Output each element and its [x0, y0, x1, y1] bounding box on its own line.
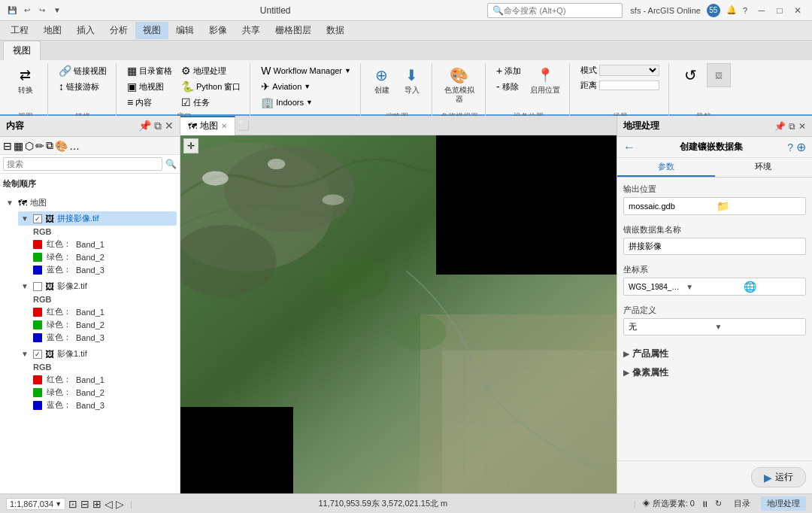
dataset-name-input[interactable]: 拼接影像 [623, 238, 806, 255]
menu-insert[interactable]: 插入 [69, 22, 102, 39]
ribbon-btn-convert[interactable]: ⇄ 转换 [12, 63, 39, 96]
color-sim-icon: 🎨 [449, 65, 470, 86]
ribbon-btn-aviation[interactable]: ✈ Aviation ▼ [258, 79, 354, 94]
menu-imagery[interactable]: 影像 [201, 22, 235, 39]
content-pin-icon[interactable]: 📌 [138, 120, 151, 132]
run-button[interactable]: ▶ 运行 [751, 467, 806, 487]
scale-selector[interactable]: 1:1,867,034 ▼ [6, 498, 65, 510]
polygon-icon[interactable]: ⬡ [25, 140, 34, 152]
color-icon[interactable]: 🎨 [55, 140, 68, 152]
map-canvas[interactable]: ✛ [180, 135, 617, 493]
gp-tab-parameters[interactable]: 参数 [617, 158, 715, 177]
statusbar-tab-geoprocessing[interactable]: 地理处理 [761, 496, 806, 511]
filter-icon[interactable]: ⊟ [3, 140, 12, 152]
gp-tab-environment[interactable]: 环境 [715, 158, 813, 177]
user-badge[interactable]: 55 [707, 4, 720, 17]
section-pixel-attributes[interactable]: ▶ 像素属性 [623, 363, 806, 382]
ribbon-btn-distance[interactable]: 距离 [577, 78, 662, 93]
ribbon-btn-nav-home[interactable]: ↺ [677, 63, 704, 87]
close-button[interactable]: ✕ [789, 4, 806, 17]
ribbon-btn-tasks[interactable]: ☑ 任务 [178, 95, 244, 110]
mode-select[interactable] [599, 65, 659, 76]
menu-view[interactable]: 视图 [135, 22, 168, 39]
map-nav-icon[interactable]: ✛ [183, 138, 198, 153]
map-tab-close[interactable]: ✕ [221, 122, 227, 130]
ribbon-btn-catalog[interactable]: ▦ 目录窗格 [124, 63, 175, 78]
zoom-out-icon[interactable]: ⊟ [80, 498, 89, 510]
image1-checkbox[interactable]: ✓ [33, 350, 42, 359]
browse-output-icon[interactable]: 📁 [717, 200, 801, 212]
content-search-icon[interactable]: 🔍 [165, 159, 177, 169]
gp-add-icon[interactable]: ⊕ [796, 140, 806, 154]
ribbon-btn-remove-location[interactable]: - 移除 [493, 79, 524, 94]
nav-left-icon[interactable]: ◁ [105, 498, 113, 510]
tree-row-map[interactable]: ▼ 🗺 地图 [3, 196, 177, 210]
maximize-button[interactable]: □ [771, 4, 788, 17]
geoprocessing-icon: ⚙ [181, 65, 191, 77]
geoprocessing-close-icon[interactable]: ✕ [798, 121, 806, 132]
ribbon-btn-geoview[interactable]: ▣ 地视图 [124, 79, 175, 94]
ribbon-btn-indoors[interactable]: 🏢 Indoors ▼ [258, 95, 354, 110]
content-search-input[interactable] [3, 157, 162, 171]
ribbon-btn-content[interactable]: ≡ 内容 [124, 95, 175, 110]
title-icon-2[interactable]: ↩ [21, 5, 33, 17]
brush-icon[interactable]: ✏ [35, 140, 44, 152]
ribbon-tab-view[interactable]: 视图 [3, 41, 41, 60]
output-location-input[interactable]: mossaic.gdb 📁 [623, 197, 806, 215]
tree-row-image2[interactable]: ▼ 🖼 影像2.tif [18, 279, 177, 293]
create-icon: ⊕ [371, 65, 392, 86]
gp-back-button[interactable]: ← [623, 141, 635, 154]
ribbon-btn-workflow[interactable]: W Workflow Manager ▼ [258, 63, 354, 78]
product-def-select[interactable]: 无 ▼ [623, 318, 806, 335]
content-close-icon[interactable]: ✕ [165, 120, 174, 132]
title-icon-4[interactable]: ▼ [51, 5, 63, 17]
zoom-in-icon[interactable]: ⊞ [92, 498, 102, 510]
ribbon-btn-mode[interactable]: 模式 [577, 63, 662, 77]
ribbon-btn-add-location[interactable]: + 添加 [493, 63, 524, 78]
nav-right-icon[interactable]: ▷ [116, 498, 124, 510]
bell-icon[interactable]: 🔔 [726, 5, 737, 15]
geoprocessing-pin-icon[interactable]: 📌 [774, 121, 786, 132]
geoprocessing-float-icon[interactable]: ⧉ [789, 121, 795, 132]
section-product-attributes[interactable]: ▶ 产品属性 [623, 345, 806, 363]
ribbon-btn-import[interactable]: ⬇ 导入 [398, 63, 426, 96]
image2-checkbox[interactable] [33, 282, 42, 291]
menu-map[interactable]: 地图 [36, 22, 69, 39]
refresh-button[interactable]: ↻ [715, 499, 722, 508]
pause-button[interactable]: ⏸ [701, 499, 709, 508]
content-float-icon[interactable]: ⧉ [154, 120, 162, 132]
mosaic-checkbox[interactable]: ✓ [33, 214, 42, 223]
tree-row-mosaic[interactable]: ▼ ✓ 🖼 拼接影像.tif [18, 211, 177, 226]
menu-share[interactable]: 共享 [235, 22, 268, 39]
menu-raster[interactable]: 栅格图层 [268, 22, 319, 39]
tree-row-image1[interactable]: ▼ ✓ 🖼 影像1.tif [18, 347, 177, 361]
layers-icon[interactable]: ⧉ [46, 139, 53, 152]
ribbon-btn-create[interactable]: ⊕ 创建 [368, 63, 395, 96]
minimize-button[interactable]: ─ [753, 4, 770, 17]
ribbon-btn-link-view[interactable]: 🔗 链接视图 [56, 63, 110, 78]
fit-extent-icon[interactable]: ⊡ [68, 498, 77, 510]
menu-data[interactable]: 数据 [319, 22, 352, 39]
ribbon-btn-python[interactable]: 🐍 Python 窗口 [178, 79, 244, 94]
help-icon[interactable]: ? [743, 6, 747, 15]
menu-edit[interactable]: 编辑 [168, 22, 201, 39]
ribbon-btn-link-cursor[interactable]: ↕ 链接游标 [56, 79, 110, 94]
menu-project[interactable]: 工程 [3, 22, 36, 39]
command-search-input[interactable] [504, 6, 617, 15]
map-tab-main[interactable]: 🗺 地图 ✕ [180, 116, 235, 135]
statusbar-tab-catalog[interactable]: 目录 [728, 496, 756, 511]
ribbon-btn-enable-location[interactable]: 📍 启用位置 [527, 63, 563, 96]
gp-help-icon[interactable]: ? [787, 141, 793, 153]
title-icon-1[interactable]: 💾 [6, 5, 18, 17]
command-search[interactable]: 🔍 [487, 3, 623, 18]
coordinate-globe-icon[interactable]: 🌐 [744, 281, 801, 293]
more-icon[interactable]: … [69, 140, 80, 152]
distance-input[interactable] [599, 80, 659, 90]
coordinate-select[interactable]: WGS_1984_Web_Mercator_Auxiliary_Spher...… [623, 278, 806, 296]
ribbon-btn-geoprocessing[interactable]: ⚙ 地理处理 [178, 63, 244, 78]
ribbon-btn-color-simulator[interactable]: 🎨 色览模拟器 [440, 63, 479, 105]
title-icon-3[interactable]: ↪ [36, 5, 48, 17]
map-maximize-icon[interactable]: ⬜ [238, 120, 250, 131]
menu-analysis[interactable]: 分析 [102, 22, 135, 39]
table-icon[interactable]: ▦ [14, 140, 23, 152]
